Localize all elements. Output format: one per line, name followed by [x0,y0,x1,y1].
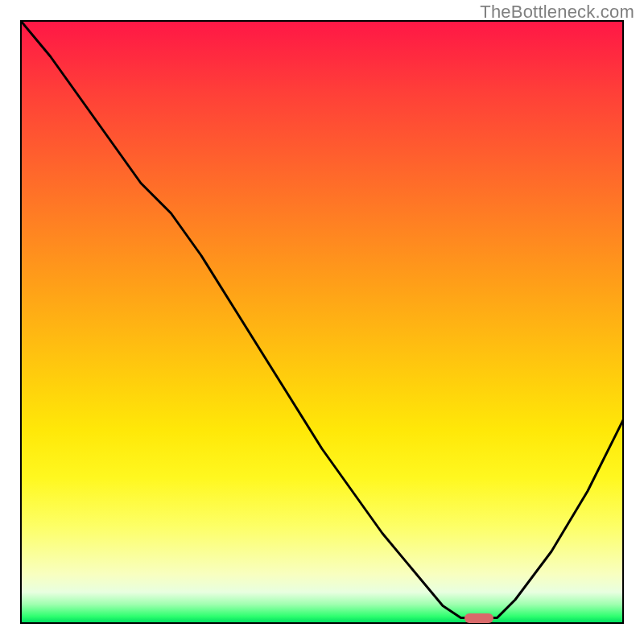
gradient-plot-area [20,20,624,624]
optimum-marker [464,613,493,623]
chart-stage: TheBottleneck.com [0,0,644,644]
